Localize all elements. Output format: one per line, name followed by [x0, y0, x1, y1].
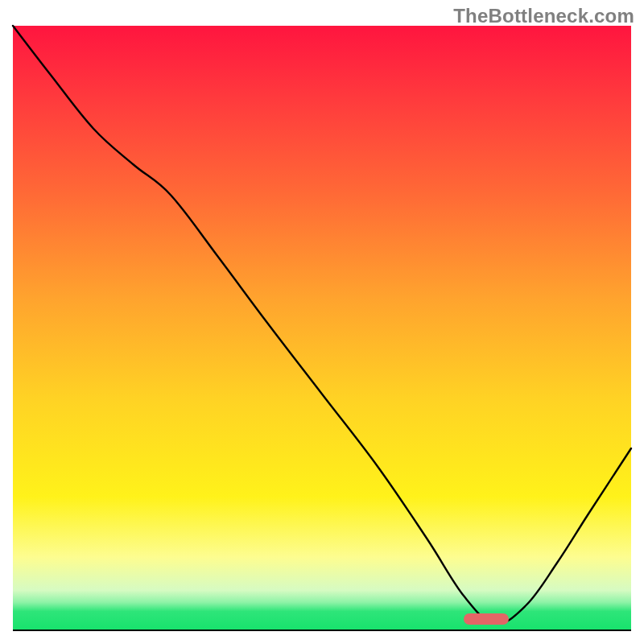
- trace-curve: [13, 26, 631, 630]
- x-axis-line: [13, 630, 631, 631]
- chart-stage: TheBottleneck.com: [0, 0, 644, 644]
- watermark-text: TheBottleneck.com: [453, 5, 634, 27]
- plot-area: [13, 26, 631, 630]
- trace-path: [13, 26, 631, 624]
- optimal-marker: [464, 613, 509, 625]
